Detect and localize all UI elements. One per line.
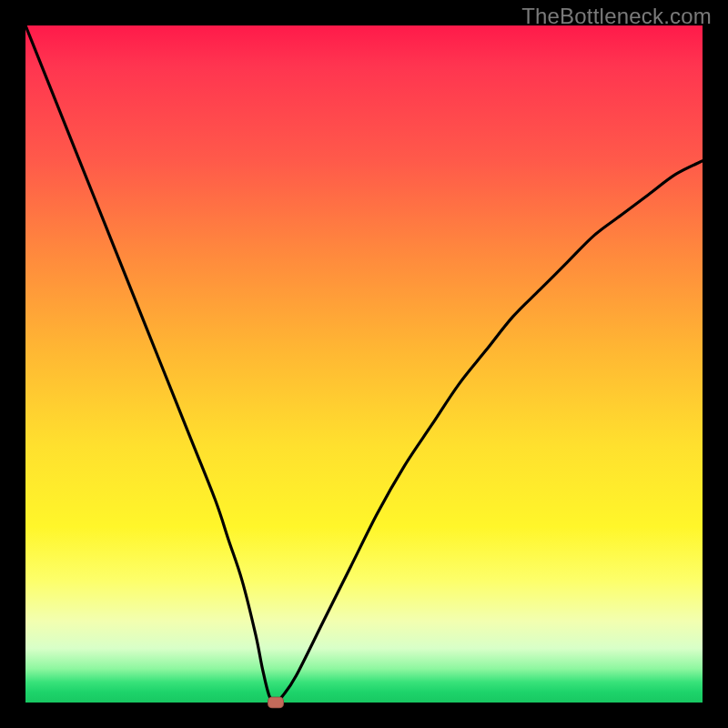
curve-path [25,25,703,703]
chart-frame: TheBottleneck.com [0,0,728,728]
optimal-marker [268,697,284,709]
plot-area [25,25,703,703]
bottleneck-curve [25,25,703,703]
